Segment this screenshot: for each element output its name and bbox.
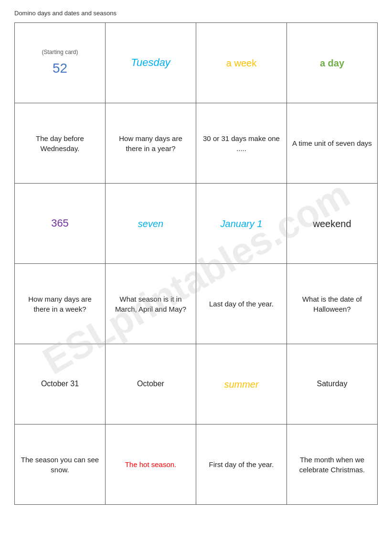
cell-r2c1: The day before Wednesday. (15, 103, 106, 184)
cell-r1c3: a week (196, 23, 287, 103)
table-row: How many days are there in a week? What … (15, 264, 378, 344)
cell-r3c4: weekend (287, 184, 378, 264)
cell-r2c3: 30 or 31 days make one ..... (196, 103, 287, 184)
cell-r1c4: a day (287, 23, 378, 103)
cell-value: Tuesday (131, 56, 170, 68)
cell-r6c4: The month when we celebrate Christmas. (287, 424, 378, 505)
table-row: The day before Wednesday. How many days … (15, 103, 378, 184)
cell-value: summer (224, 379, 258, 390)
cell-r5c2: October (106, 344, 196, 424)
cell-value: weekend (313, 218, 351, 229)
cell-value: 365 (51, 217, 69, 229)
table-row: (Starting card) 52 Tuesday a week a day (15, 23, 378, 103)
cell-r4c2: What season is it in March, April and Ma… (106, 264, 196, 344)
cell-r6c1: The season you can see snow. (15, 424, 106, 505)
cell-r2c2: How many days are there in a year? (106, 103, 196, 184)
cell-value: a day (320, 58, 344, 68)
cell-r5c4: Saturday (287, 344, 378, 424)
domino-table: (Starting card) 52 Tuesday a week a day … (14, 22, 378, 505)
table-row: The season you can see snow. The hot sea… (15, 424, 378, 505)
cell-value: January 1 (221, 218, 263, 229)
starting-label: (Starting card) (20, 48, 100, 56)
cell-value: The hot season. (125, 460, 177, 468)
cell-r4c3: Last day of the year. (196, 264, 287, 344)
cell-value: 52 (20, 59, 100, 77)
cell-r3c1: 365 (15, 184, 106, 264)
cell-r6c2: The hot season. (106, 424, 196, 505)
cell-value: seven (138, 218, 163, 229)
cell-r5c1: October 31 (15, 344, 106, 424)
cell-r2c4: A time unit of seven days (287, 103, 378, 184)
table-row: October 31 October summer Saturday (15, 344, 378, 424)
cell-r6c3: First day of the year. (196, 424, 287, 505)
page-title: Domino days and dates and seasons (14, 10, 378, 17)
cell-r3c3: January 1 (196, 184, 287, 264)
cell-r1c2: Tuesday (106, 23, 196, 103)
cell-r1c1: (Starting card) 52 (15, 23, 106, 103)
cell-r5c3: summer (196, 344, 287, 424)
cell-r3c2: seven (106, 184, 196, 264)
cell-r4c4: What is the date of Halloween? (287, 264, 378, 344)
table-row: 365 seven January 1 weekend (15, 184, 378, 264)
cell-r4c1: How many days are there in a week? (15, 264, 106, 344)
cell-value: a week (226, 58, 256, 68)
